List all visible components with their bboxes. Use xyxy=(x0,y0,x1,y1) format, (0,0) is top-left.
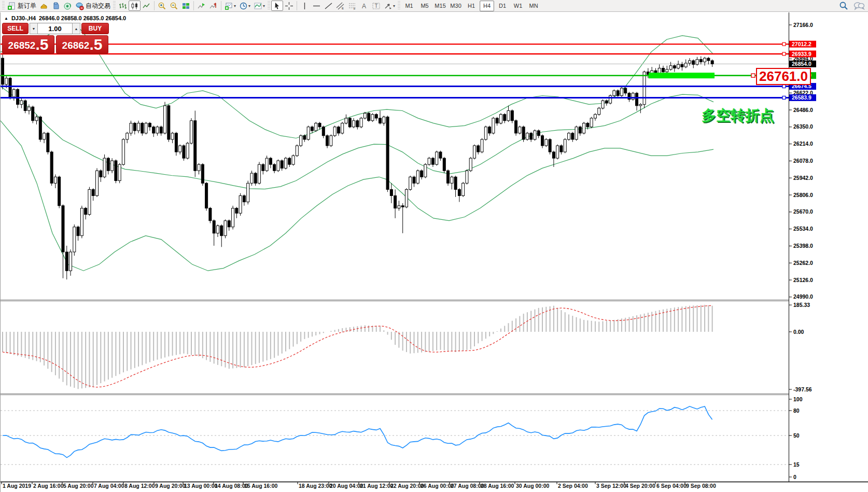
candle-body xyxy=(409,177,412,189)
candle-body xyxy=(545,139,548,146)
candle-body xyxy=(224,221,227,236)
candle-body xyxy=(530,133,533,139)
sell-price-frac: .5 xyxy=(35,37,48,52)
price-tick-label: 25806.0 xyxy=(793,192,813,198)
price-marker-text: 26583.9 xyxy=(792,94,811,101)
candle-body xyxy=(100,171,102,177)
price-tick-label: 25262.0 xyxy=(793,260,813,266)
turning-point-note[interactable]: 多空转折点 xyxy=(702,106,774,125)
candle-body xyxy=(511,110,513,120)
candle-body xyxy=(235,208,238,214)
sell-price-button[interactable]: 26852 .5 xyxy=(2,35,54,54)
candle-body xyxy=(250,173,253,183)
candle-body xyxy=(175,133,177,152)
price-tick-label: 25534.0 xyxy=(793,226,813,232)
candle-body xyxy=(515,121,517,133)
candle-body xyxy=(315,123,317,131)
rsi-tick-label: 80 xyxy=(793,407,800,414)
sell-button[interactable]: SELL xyxy=(2,23,29,34)
chevron-down-icon: ▼ xyxy=(32,27,36,31)
candle-body xyxy=(269,158,272,164)
candle-body xyxy=(141,123,144,133)
line-anchor-marker[interactable] xyxy=(782,43,786,46)
candle-body xyxy=(669,66,672,69)
candle-body xyxy=(220,226,223,235)
candle-body xyxy=(541,136,544,146)
candle-body xyxy=(598,108,600,115)
candle-body xyxy=(564,139,566,152)
candle-body xyxy=(213,221,215,233)
support-zone-bar[interactable] xyxy=(649,73,715,78)
candle-body xyxy=(436,152,438,164)
line-anchor-marker[interactable] xyxy=(782,96,786,99)
candle-body xyxy=(394,195,397,208)
candle-body xyxy=(477,146,480,152)
candle-body xyxy=(311,127,313,131)
candle-body xyxy=(281,161,283,168)
candle-body xyxy=(568,133,570,139)
buy-price-button[interactable]: 26862 .5 xyxy=(56,35,108,54)
price-chart[interactable]: 27166.026894.026622.026486.026350.026214… xyxy=(1,0,868,492)
tag-anchor-marker[interactable] xyxy=(751,74,755,77)
candle-body xyxy=(447,171,450,183)
candle-body xyxy=(454,177,457,189)
candle-body xyxy=(575,127,578,139)
candle-body xyxy=(617,91,619,96)
price-marker-text: 27012.2 xyxy=(792,41,811,47)
collapse-icon[interactable]: ▲ xyxy=(4,16,8,21)
candle-body xyxy=(152,127,155,133)
candle-body xyxy=(601,101,604,108)
candle-body xyxy=(307,127,310,139)
candle-body xyxy=(247,183,249,202)
price-tick-label: 26350.0 xyxy=(793,123,813,130)
candle-body xyxy=(160,127,162,133)
line-anchor-marker[interactable] xyxy=(782,85,786,88)
macd-pane xyxy=(3,305,712,389)
candle-body xyxy=(126,133,129,139)
volume-down-button[interactable]: ▼ xyxy=(30,23,38,34)
candle-body xyxy=(115,161,117,181)
candle-body xyxy=(499,115,502,123)
candle-body xyxy=(277,161,279,171)
candle-body xyxy=(605,101,608,103)
chevron-up-icon: ▲ xyxy=(75,27,78,31)
candle-body xyxy=(122,139,124,164)
price-tick-label: 25398.0 xyxy=(793,243,813,249)
candle-body xyxy=(628,93,631,100)
candle-body xyxy=(243,195,245,202)
rsi-tick-label: 100 xyxy=(793,396,803,402)
candle-body xyxy=(103,158,106,177)
macd-signal-line xyxy=(3,305,712,387)
volume-up-button[interactable]: ▲ xyxy=(72,23,80,34)
candle-body xyxy=(348,118,351,127)
candle-body xyxy=(133,123,136,131)
candle-body xyxy=(488,127,491,133)
volume-input[interactable] xyxy=(38,23,72,34)
symbol-bar[interactable]: ▲ DJ30-,H4 26846.0 26858.0 26835.0 26854… xyxy=(4,15,126,21)
candle-body xyxy=(130,123,132,133)
candle-body xyxy=(35,117,38,121)
macd-tick-label: 0.00 xyxy=(793,329,804,335)
price-tick-label: 24990.0 xyxy=(793,293,813,300)
candle-body xyxy=(704,58,706,62)
candle-body xyxy=(216,226,219,233)
candle-body xyxy=(711,61,713,64)
price-tick-label: 26214.0 xyxy=(793,140,813,147)
candle-body xyxy=(118,164,121,180)
candle-body xyxy=(288,158,291,164)
candle-body xyxy=(186,143,189,158)
buy-button[interactable]: BUY xyxy=(81,23,109,34)
candle-body xyxy=(405,189,408,207)
candle-body xyxy=(375,115,377,118)
line-anchor-marker[interactable] xyxy=(782,52,786,55)
candle-body xyxy=(371,115,374,121)
chart-area[interactable]: 27166.026894.026622.026486.026350.026214… xyxy=(0,12,868,492)
candle-body xyxy=(368,113,370,120)
support-price-label[interactable]: 26761.0 xyxy=(756,68,811,85)
candle-body xyxy=(526,133,528,139)
candle-body xyxy=(50,152,53,183)
candle-body xyxy=(360,118,362,127)
candle-body xyxy=(462,183,465,195)
candle-body xyxy=(413,177,415,183)
candle-body xyxy=(594,115,596,118)
